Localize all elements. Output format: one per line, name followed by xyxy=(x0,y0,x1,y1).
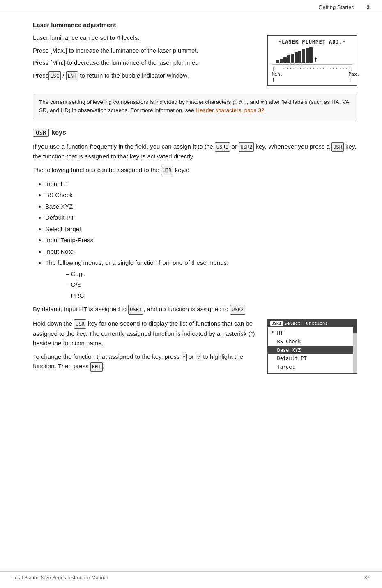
usr-para5-or: or xyxy=(187,353,196,360)
usr1-box-label: USR1 xyxy=(270,321,283,326)
bar-10 xyxy=(309,47,313,63)
laser-para4-slash: / xyxy=(61,72,66,79)
usr-bottom-layout: Hold down the USR key for one second to … xyxy=(33,319,357,376)
usr2-inline-key: USR2 xyxy=(239,142,254,152)
usr1-title-text: Select Functions xyxy=(284,321,328,326)
bullet-item-2: Base XYZ xyxy=(45,202,357,211)
bar-4 xyxy=(287,55,290,63)
laser-text: Laser luminance can be set to 4 levels. … xyxy=(33,33,255,84)
bullet-item-7: The following menus, or a single functio… xyxy=(45,258,357,300)
bar-9 xyxy=(306,48,309,63)
usr-para4-prefix: Hold down the xyxy=(33,320,74,327)
laser-section: Laser luminance adjustment Laser luminan… xyxy=(33,21,357,86)
usr1-para3-key: USR1 xyxy=(128,305,143,315)
up-arrow-key: ^ xyxy=(182,354,187,361)
usr-para3-middle: , and no function is assigned to xyxy=(143,305,230,312)
laser-display-box: -LASER PLUMMET ADJ.- xyxy=(267,35,357,86)
main-content: Laser luminance adjustment Laser luminan… xyxy=(0,13,382,384)
laser-para1: Laser luminance can be set to 4 levels. xyxy=(33,33,255,43)
bullet-item-1: BS Check xyxy=(45,191,357,200)
bullet-item-3: Default PT xyxy=(45,213,357,223)
usr-heading: USR keys xyxy=(33,129,357,137)
esc-key: ESC xyxy=(48,71,61,80)
usr-inline-key: USR xyxy=(331,142,344,152)
ent-key: ENT xyxy=(66,71,78,80)
dash-item-2: PRG xyxy=(66,291,357,301)
bar-7 xyxy=(298,51,301,63)
dash-list: Cogo O/S PRG xyxy=(66,269,357,301)
laser-para4: PressESC / ENT to return to the bubble i… xyxy=(33,71,255,80)
bullet-item-6: Input Note xyxy=(45,247,357,257)
laser-dots: ···················· xyxy=(283,66,349,82)
usr-para2-prefix: The following functions can be assigned … xyxy=(33,166,161,173)
laser-display-image: -LASER PLUMMET ADJ.- xyxy=(267,35,357,86)
bullet-item-0: Input HT xyxy=(45,179,357,189)
usr-para3-prefix: By default, Input HT is assigned to xyxy=(33,305,128,312)
usr-para2: The following functions can be assigned … xyxy=(33,165,357,175)
dash-item-0: Cogo xyxy=(66,269,357,279)
header-page-number: 3 xyxy=(367,4,370,10)
usr1-rows: * HT BS Check Base XYZ Default PT Target xyxy=(268,327,357,373)
usr1-row-2: Base XYZ xyxy=(268,346,357,355)
footer-manual-title: Total Station Nivo Series Instruction Ma… xyxy=(12,575,108,581)
bar-8 xyxy=(302,49,305,63)
usr-section: USR keys If you use a function frequentl… xyxy=(33,129,357,376)
bar-1 xyxy=(276,60,279,63)
note-text-after: . xyxy=(265,107,266,113)
page-header: Getting Started 3 xyxy=(0,0,382,13)
laser-para2: Press [Max.] to increase the luminance o… xyxy=(33,46,255,55)
bar-2 xyxy=(280,59,283,63)
bar-3 xyxy=(283,57,287,63)
usr1-row-1: BS Check xyxy=(268,338,357,346)
usr-para5: To change the function that assigned to … xyxy=(33,352,255,372)
usr-heading-text: keys xyxy=(51,129,66,136)
header-title: Getting Started xyxy=(12,4,354,10)
scrollbar-thumb xyxy=(353,327,357,333)
down-arrow-key: v xyxy=(196,354,201,361)
usr1-inline-key: USR1 xyxy=(215,142,230,152)
dash-item-1: O/S xyxy=(66,280,357,289)
bullet-item-4: Select Target xyxy=(45,225,357,234)
usr1-row-0: * HT xyxy=(268,329,357,338)
laser-para4-prefix: Press xyxy=(33,72,48,79)
laser-min-label: [ Min. ] xyxy=(272,66,283,82)
bullet-list: Input HT BS Check Base XYZ Default PT Se… xyxy=(45,179,357,301)
bar-5 xyxy=(291,54,294,63)
laser-bar-graphic xyxy=(276,47,313,63)
laser-arrow: ↑ xyxy=(313,55,318,63)
usr-para1-or: or xyxy=(230,143,239,150)
arrow-up: ↑ xyxy=(313,55,318,63)
usr1-title-bar: USR1 Select Functions xyxy=(268,319,357,327)
usr-para5-end: . xyxy=(103,363,104,370)
usr-para2-suffix: keys: xyxy=(173,166,189,173)
laser-para4-suffix: to return to the bubble indicator window… xyxy=(78,72,189,79)
bullet-item-5: Input Temp-Press xyxy=(45,236,357,245)
usr-para1: If you use a function frequently in the … xyxy=(33,142,357,161)
usr-para4-key: USR xyxy=(74,319,86,329)
laser-bar-area: ↑ xyxy=(272,48,352,63)
note-text-before: The current setting of leveling compensa… xyxy=(39,99,351,113)
note-box: The current setting of leveling compensa… xyxy=(33,94,357,119)
usr-para4: Hold down the USR key for one second to … xyxy=(33,319,255,348)
laser-bottom-labels: [ Min. ] ···················· [ Max. ] xyxy=(272,64,352,82)
laser-heading: Laser luminance adjustment xyxy=(33,21,357,28)
laser-para3: Press [Min.] to decrease the luminance o… xyxy=(33,58,255,68)
usr-key-box: USR xyxy=(33,129,49,137)
note-link[interactable]: Header characters, page 32 xyxy=(196,107,264,113)
scrollbar xyxy=(353,327,357,373)
usr1-row-3: Default PT xyxy=(268,354,357,363)
usr-key-inline2: USR xyxy=(161,166,173,175)
usr1-row-4: Target xyxy=(268,363,357,372)
usr1-display: USR1 Select Functions * HT BS Check Base… xyxy=(267,319,357,374)
bar-6 xyxy=(295,52,298,63)
ent-para5-key: ENT xyxy=(90,362,103,372)
usr-para3-suffix: . xyxy=(245,305,247,312)
page-footer: Total Station Nivo Series Instruction Ma… xyxy=(0,571,382,581)
usr2-para3-key: USR2 xyxy=(230,305,245,315)
usr-para1-suffix: key. Whenever you press a xyxy=(254,143,331,150)
laser-max-label: [ Max. ] xyxy=(349,66,360,82)
laser-display-title: -LASER PLUMMET ADJ.- xyxy=(272,39,352,45)
footer-page-number: 37 xyxy=(364,575,370,581)
usr-bottom-text: Hold down the USR key for one second to … xyxy=(33,319,255,376)
usr-para5-prefix: To change the function that assigned to … xyxy=(33,353,182,360)
